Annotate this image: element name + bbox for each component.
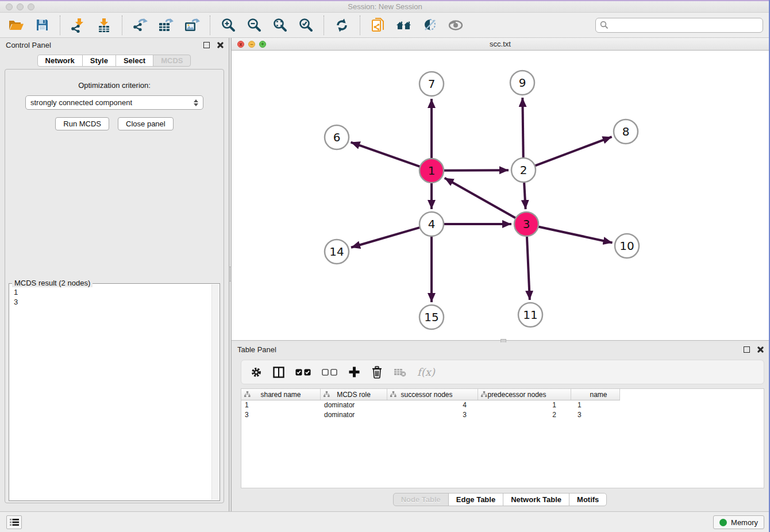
graph-node-label: 1: [428, 164, 436, 178]
graph-node-15[interactable]: 15: [419, 305, 444, 329]
table-settings-gear-icon[interactable]: [251, 367, 262, 378]
show-graphics-details-icon[interactable]: [445, 15, 466, 36]
delete-column-icon[interactable]: [371, 366, 383, 379]
tab-network[interactable]: Network: [37, 55, 83, 67]
import-network-icon[interactable]: [68, 15, 88, 36]
graph-edge-1-2[interactable]: [444, 170, 509, 171]
function-builder-icon[interactable]: f(x): [417, 366, 435, 378]
graph-edge-3-10[interactable]: [538, 226, 613, 242]
graph-node-14[interactable]: 14: [325, 240, 349, 264]
float-panel-icon[interactable]: [203, 42, 210, 48]
graph-node-label: 2: [520, 163, 528, 177]
toolbar-separator: [324, 16, 324, 35]
add-column-icon[interactable]: [348, 366, 360, 378]
optimization-criterion-label: Optimization criterion:: [5, 81, 224, 90]
first-neighbors-icon[interactable]: [394, 15, 414, 36]
save-session-icon[interactable]: [32, 15, 52, 36]
memory-button[interactable]: Memory: [713, 515, 764, 529]
tab-edge-table[interactable]: Edge Table: [448, 493, 503, 506]
run-mcds-button[interactable]: Run MCDS: [55, 117, 109, 130]
graph-node-8[interactable]: 8: [614, 119, 638, 144]
task-history-button[interactable]: [6, 515, 22, 529]
column-header-shared-name[interactable]: shared name: [241, 389, 321, 400]
tab-motifs[interactable]: Motifs: [569, 493, 607, 506]
tab-style[interactable]: Style: [82, 55, 116, 67]
toolbar-separator: [60, 16, 60, 35]
zoom-selected-icon[interactable]: [295, 15, 316, 36]
graph-node-11[interactable]: 11: [518, 303, 542, 327]
deselect-all-icon[interactable]: [322, 369, 337, 376]
refresh-icon[interactable]: [332, 15, 352, 36]
column-header-name[interactable]: name: [571, 389, 620, 400]
graph-edge-2-8[interactable]: [535, 137, 612, 165]
graph-edge-2-3[interactable]: [524, 182, 526, 209]
cell-successor-nodes: 4: [387, 400, 478, 410]
graph-edge-1-6[interactable]: [351, 142, 421, 167]
graph-edge-3-11[interactable]: [527, 236, 530, 300]
network-graph[interactable]: 7968124314101511: [232, 51, 769, 340]
hide-graphics-details-icon[interactable]: [419, 15, 440, 36]
column-header-predecessor-nodes[interactable]: predecessor nodes: [478, 389, 571, 400]
list-icon: [10, 518, 19, 526]
tab-network-table[interactable]: Network Table: [503, 493, 569, 506]
tree-icon: [390, 391, 396, 398]
graph-node-4[interactable]: 4: [419, 212, 444, 236]
graph-node-label: 15: [424, 310, 438, 324]
graph-node-1[interactable]: 1: [419, 159, 444, 183]
table-row[interactable]: 1 dominator 4 1 1: [241, 400, 764, 410]
column-label: shared name: [260, 391, 301, 399]
show-columns-icon[interactable]: [273, 367, 284, 378]
memory-label: Memory: [731, 518, 758, 527]
zoom-in-icon[interactable]: [218, 15, 238, 36]
close-panel-icon[interactable]: [757, 346, 763, 353]
graph-node-2[interactable]: 2: [511, 158, 536, 182]
mcds-result-title: MCDS result (2 nodes): [12, 279, 93, 287]
graph-edge-2-9[interactable]: [522, 98, 523, 158]
close-panel-button[interactable]: Close panel: [118, 117, 174, 130]
graph-node-3[interactable]: 3: [514, 212, 538, 236]
graph-node-label: 7: [428, 77, 436, 91]
float-panel-icon[interactable]: [744, 346, 750, 353]
toolbar-separator: [360, 16, 360, 35]
cell-name: 3: [571, 410, 620, 420]
graph-node-6[interactable]: 6: [325, 125, 349, 149]
node-table[interactable]: shared name MCDS role successor nodes pr…: [241, 388, 764, 488]
graph-edge-3-1[interactable]: [445, 178, 516, 218]
graph-node-label: 3: [523, 217, 530, 231]
delete-table-icon[interactable]: [394, 368, 406, 377]
export-table-icon[interactable]: [156, 15, 176, 36]
close-panel-icon[interactable]: [217, 42, 223, 48]
search-input[interactable]: [612, 20, 759, 30]
graph-edge-4-14[interactable]: [351, 228, 420, 248]
table-panel-header: Table Panel: [232, 342, 769, 356]
export-network-icon[interactable]: [130, 15, 151, 36]
toolbar-separator: [122, 16, 122, 35]
column-header-successor-nodes[interactable]: successor nodes: [387, 389, 478, 400]
zoom-out-icon[interactable]: [244, 15, 264, 36]
mcds-result-list[interactable]: 1 3: [9, 284, 220, 310]
toolbar-search[interactable]: [595, 18, 763, 33]
open-session-icon[interactable]: [6, 15, 26, 36]
graph-node-9[interactable]: 9: [510, 71, 534, 95]
duplicate-network-icon[interactable]: [368, 15, 388, 36]
select-all-icon[interactable]: [295, 369, 311, 376]
tab-mcds[interactable]: MCDS: [153, 55, 191, 67]
column-header-mcds-role[interactable]: MCDS role: [321, 389, 387, 400]
graph-node-label: 10: [619, 239, 634, 253]
graph-node-10[interactable]: 10: [615, 234, 639, 258]
tab-node-table[interactable]: Node Table: [393, 493, 449, 506]
tab-select[interactable]: Select: [116, 55, 153, 67]
graph-node-7[interactable]: 7: [419, 72, 444, 96]
network-view-window: x – + scc.txt 7968124314101511: [232, 38, 769, 340]
header-filler: [620, 389, 764, 400]
cell-predecessor-nodes: 1: [478, 400, 571, 410]
export-image-icon[interactable]: [182, 15, 202, 36]
status-bar: Memory: [0, 511, 770, 532]
table-panel: Table Panel: [232, 342, 769, 511]
zoom-fit-icon[interactable]: [270, 15, 290, 36]
import-table-icon[interactable]: [94, 15, 114, 36]
criterion-select[interactable]: strongly connected component: [25, 95, 203, 110]
result-scrollbar[interactable]: [211, 284, 219, 500]
table-row[interactable]: 3 dominator 3 2 3: [241, 410, 764, 420]
network-canvas[interactable]: 7968124314101511: [232, 51, 769, 340]
